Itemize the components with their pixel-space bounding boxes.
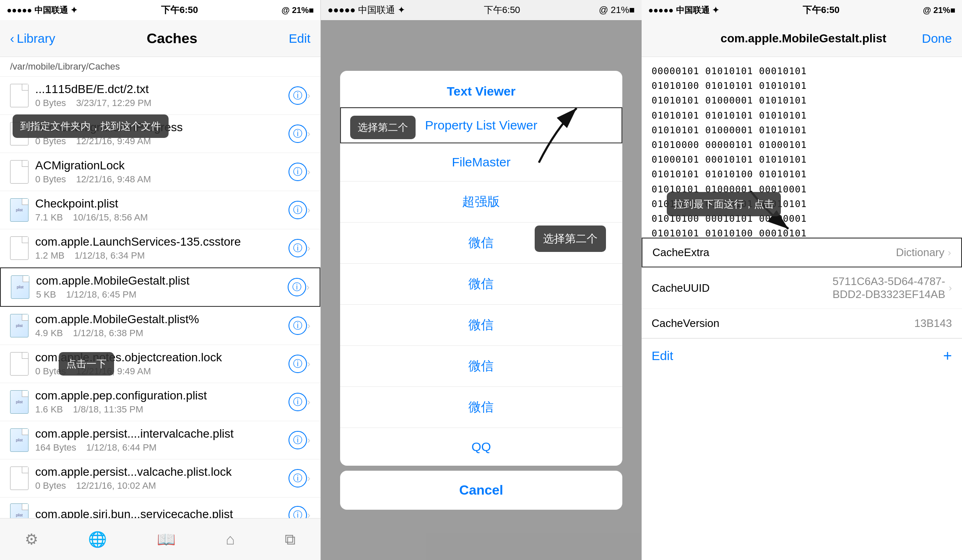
status-battery-1: @ 21%■ <box>281 5 314 15</box>
file-size: 5 KB <box>36 289 56 300</box>
modal-option-weixin-5[interactable]: 微信 <box>340 387 622 428</box>
info-button[interactable]: ⓘ <box>289 506 307 518</box>
edit-footer-button[interactable]: Edit <box>652 349 673 363</box>
info-button[interactable]: ⓘ <box>289 393 307 411</box>
tooltip-find-file: 到指定文件夹内，找到这个文件 <box>13 114 169 138</box>
modal-cancel-button[interactable]: Cancel <box>340 471 622 510</box>
file-info: com.apple.siri.bun...servicecache.plist <box>35 508 289 518</box>
carrier-name-1: 中国联通 <box>34 5 68 16</box>
list-item[interactable]: com.apple.persist...valcache.plist.lock … <box>0 459 320 498</box>
detail-footer: Edit + <box>642 338 962 373</box>
file-name: com.apple.LaunchServices-135.csstore <box>35 235 289 249</box>
info-button[interactable]: ⓘ <box>289 163 307 181</box>
list-item[interactable]: com.apple.persist....intervalcache.plist… <box>0 421 320 459</box>
list-item[interactable]: com.apple.siri.bun...servicecache.plist … <box>0 498 320 518</box>
row-value-cacheversion: 13B143 <box>802 317 952 330</box>
detail-table: CacheExtra Dictionary › CacheUUID 5711C6… <box>642 237 962 338</box>
binary-row: 00000101 01010101 00010101 <box>652 64 952 78</box>
file-size: 7.1 KB <box>35 212 63 223</box>
option-label-cqb: 超强版 <box>462 194 500 208</box>
back-button-1[interactable]: ‹ Library <box>10 31 55 46</box>
chevron-right-icon-ce: › <box>948 247 951 259</box>
info-button[interactable]: ⓘ <box>289 316 307 335</box>
nav-bar-1: ‹ Library Caches Edit <box>0 20 320 57</box>
tab-windows[interactable]: ⧉ <box>285 531 296 548</box>
modal-option-qq[interactable]: QQ <box>340 428 622 466</box>
row-key-cacheextra: CacheExtra <box>653 246 798 259</box>
list-item[interactable]: com.apple.LaunchServices-135.csstore 1.2… <box>0 229 320 267</box>
list-item[interactable]: com.apple.MobileGestalt.plist% 4.9 KB 1/… <box>0 307 320 345</box>
modal-option-filemaster[interactable]: FileMaster <box>340 143 622 181</box>
info-button[interactable]: ⓘ <box>289 124 307 143</box>
file-name: com.apple.persist....intervalcache.plist <box>35 427 289 441</box>
file-size: 164 Bytes <box>35 442 76 453</box>
table-row-cacheuuid[interactable]: CacheUUID 5711C6A3-5D64-4787-BDD2-DB3323… <box>642 267 962 309</box>
list-item[interactable]: ...1115dBE/E.dct/2.txt 0 Bytes 3/23/17, … <box>0 77 320 115</box>
list-item[interactable]: ACMigrationLock 0 Bytes 12/21/16, 9:48 A… <box>0 153 320 191</box>
chevron-right-icon-cu: › <box>949 282 952 294</box>
info-button[interactable]: ⓘ <box>289 355 307 373</box>
modal-option-weixin-2[interactable]: 微信 <box>340 264 622 305</box>
chevron-right-icon: › <box>307 434 310 446</box>
info-button[interactable]: ⓘ <box>289 431 307 449</box>
binary-row: 01010101 01010100 01010101 <box>652 167 952 181</box>
chevron-right-icon: › <box>307 166 310 178</box>
done-button[interactable]: Done <box>922 31 952 46</box>
file-info: com.apple.persist...valcache.plist.lock … <box>35 465 289 491</box>
modal-title: Text Viewer <box>340 71 622 107</box>
signal-dots-1: ●●●●● <box>7 5 32 15</box>
signal-dots-3: ●●●●● <box>648 5 673 15</box>
tab-library[interactable]: 📖 <box>157 531 176 548</box>
file-meta: 0 Bytes 12/21/16, 10:02 AM <box>35 480 289 491</box>
file-meta: 1.6 KB 1/8/18, 11:35 PM <box>35 404 289 415</box>
list-item-selected[interactable]: com.apple.MobileGestalt.plist 5 KB 1/12/… <box>0 267 320 307</box>
table-row-cacheextra[interactable]: CacheExtra Dictionary › <box>642 238 962 267</box>
status-time-2: 下午6:50 <box>484 4 520 16</box>
back-label-1: Library <box>17 31 55 46</box>
modal-option-weixin-3[interactable]: 微信 <box>340 305 622 346</box>
file-size: 1.2 MB <box>35 250 65 261</box>
file-info: com.apple.pep.configuration.plist 1.6 KB… <box>35 389 289 415</box>
tab-home[interactable]: ⌂ <box>226 531 235 548</box>
edit-button-1[interactable]: Edit <box>289 31 311 46</box>
modal-background: Text Viewer Property List Viewer 选择第二个 F… <box>321 20 641 560</box>
info-button[interactable]: ⓘ <box>289 201 307 219</box>
info-button[interactable]: ⓘ <box>289 239 307 257</box>
file-meta: 5 KB 1/12/18, 6:45 PM <box>36 289 288 300</box>
list-item[interactable]: com.apple.notes.objectcreation.lock 0 By… <box>0 345 320 383</box>
table-row-cacheversion[interactable]: CacheVersion 13B143 <box>642 309 962 338</box>
battery-icon-3: @ 21%■ <box>923 5 955 15</box>
option-label-wx1: 微信 <box>468 236 494 249</box>
option-label-plv: Property List Viewer <box>425 118 538 132</box>
file-date: 1/12/18, 6:44 PM <box>86 442 157 453</box>
info-button[interactable]: ⓘ <box>288 278 306 296</box>
add-footer-button[interactable]: + <box>943 347 952 365</box>
file-size: 0 Bytes <box>35 98 66 109</box>
breadcrumb-1: /var/mobile/Library/Caches <box>0 57 320 77</box>
file-meta: 4.9 KB 1/12/18, 6:38 PM <box>35 328 289 339</box>
info-button[interactable]: ⓘ <box>289 469 307 487</box>
file-date: 1/12/18, 6:38 PM <box>73 328 143 339</box>
option-label-wx3: 微信 <box>468 318 494 332</box>
file-date: 10/16/15, 8:56 AM <box>73 212 148 223</box>
panel-modal: ●●●●● 中国联通 ✦ 下午6:50 @ 21%■ Text Viewer P… <box>321 0 641 560</box>
option-label-wx2: 微信 <box>468 277 494 290</box>
binary-row: 01010101 01000001 01010101 <box>652 93 952 108</box>
status-carrier-2: ●●●●● 中国联通 ✦ <box>328 4 405 16</box>
modal-sheet: Text Viewer Property List Viewer 选择第二个 F… <box>340 71 622 466</box>
option-label-wx4: 微信 <box>468 359 494 373</box>
list-item[interactable]: com.apple.pep.configuration.plist 1.6 KB… <box>0 383 320 421</box>
file-icon <box>10 314 29 337</box>
file-info: ...1115dBE/E.dct/2.txt 0 Bytes 3/23/17, … <box>35 83 289 109</box>
list-item[interactable]: Checkpoint.plist 7.1 KB 10/16/15, 8:56 A… <box>0 191 320 229</box>
info-button[interactable]: ⓘ <box>289 86 307 105</box>
modal-option-weixin-4[interactable]: 微信 <box>340 346 622 387</box>
file-icon <box>10 467 29 490</box>
modal-option-chaoqiangban[interactable]: 超强版 <box>340 181 622 223</box>
file-info: com.apple.MobileGestalt.plist% 4.9 KB 1/… <box>35 313 289 339</box>
tab-settings[interactable]: ⚙ <box>25 531 38 548</box>
tab-web[interactable]: 🌐 <box>88 531 107 548</box>
row-value-cacheextra: Dictionary <box>798 246 944 259</box>
file-meta: 0 Bytes 3/23/17, 12:29 PM <box>35 98 289 109</box>
book-icon: 📖 <box>157 531 176 548</box>
